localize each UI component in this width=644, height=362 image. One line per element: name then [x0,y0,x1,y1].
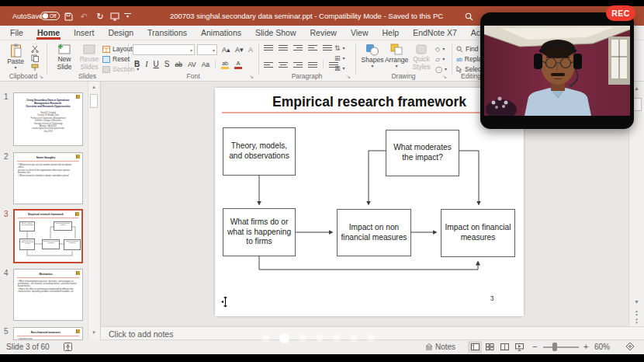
change-case-button[interactable]: Aa [202,59,209,70]
video-progress-dots[interactable] [262,332,375,343]
paragraph-dialog-launcher-icon[interactable]: ↘ [346,74,351,80]
scrollbar-thumb[interactable] [90,94,98,108]
underline-button[interactable]: U [154,59,159,70]
align-center-icon[interactable] [279,62,288,68]
zoom-level[interactable]: 60% [594,343,610,351]
italic-button[interactable]: I [145,59,147,70]
box-what-firms-do[interactable]: What firms do or what is happening to fi… [223,208,296,256]
notes-toggle-button[interactable]: Notes [425,343,455,351]
tab-home[interactable]: Home [30,26,67,40]
drawing-dialog-launcher-icon[interactable]: ↘ [442,74,447,80]
tab-slide-show[interactable]: Slide Show [248,26,303,40]
zoom-slider-track[interactable] [543,346,579,348]
slide-thumbnail-1[interactable]: Using Secondary Data in OperationsManage… [13,92,83,146]
highlight-color-button[interactable]: ab [221,60,229,69]
cut-icon[interactable] [31,45,39,54]
shapes-button[interactable]: Shapes ▾ [362,44,383,68]
box-theory-models[interactable]: Theory, models, and observations [223,127,296,176]
tab-animations[interactable]: Animations [194,26,248,40]
thumbnail-scrollbar[interactable]: ▲ ▼ [88,82,99,340]
grow-font-button[interactable]: A▴ [222,44,230,55]
tab-endnote[interactable]: EndNote X7 [406,26,464,40]
next-slide-button[interactable]: ▾▾ [629,318,644,324]
slide-thumbnail-4[interactable]: Motivation • Effect of management practi… [13,269,83,321]
font-name-combobox[interactable]: ▾ [133,44,195,55]
scroll-down-icon[interactable]: ▼ [629,299,644,305]
numbering-icon[interactable] [279,45,288,50]
align-right-icon[interactable] [293,62,303,68]
webcam-video [484,26,630,116]
find-button[interactable]: Find [456,44,479,54]
strikethrough-button[interactable]: ab [175,59,182,70]
accessibility-icon[interactable] [64,343,72,353]
customize-toolbar-icon[interactable]: ▾ [124,13,131,18]
redo-icon[interactable]: ↻ [94,10,106,23]
paste-button[interactable]: Paste ▾ [4,44,27,70]
align-left-icon[interactable] [264,62,273,68]
thumb-number: 2 [4,152,9,161]
notes-icon [425,343,433,350]
box-what-moderates[interactable]: What moderates the impact? [386,130,459,176]
font-color-button[interactable]: A [234,60,242,69]
slide-thumbnail-5[interactable]: Non-financial measures • Inventory turns [13,327,83,340]
arrange-icon [390,44,403,56]
zoom-in-button[interactable]: + [583,342,588,351]
normal-view-button[interactable] [468,341,482,353]
tab-design[interactable]: Design [101,26,140,40]
thumb-number: 5 [4,327,9,336]
font-size-combobox[interactable]: ▾ [197,44,217,55]
slide-canvas[interactable]: Empirical research framework Theory, mod… [215,88,524,316]
reading-view-button[interactable] [497,341,511,353]
tab-review[interactable]: Review [303,26,344,40]
box-impact-financial[interactable]: Impact on financial measures [441,209,515,257]
clipboard-dialog-launcher-icon[interactable]: ↘ [39,74,43,80]
tab-view[interactable]: View [344,26,376,40]
tab-help[interactable]: Help [376,26,407,40]
undo-icon[interactable]: ↶ [78,10,90,23]
character-spacing-button[interactable]: AV [188,59,196,70]
previous-slide-button[interactable]: ▴▴ [629,309,644,315]
align-text-button[interactable]: ⊞▾ [334,54,345,64]
quick-styles-button[interactable]: Quick Styles [410,44,433,71]
tab-insert[interactable]: Insert [67,26,101,40]
gt-logo-icon [76,329,80,333]
slideshow-view-button[interactable] [512,341,526,353]
decrease-indent-icon[interactable] [293,45,303,50]
reuse-slides-button[interactable]: Reuse Slides [78,44,101,71]
new-slide-button[interactable]: New Slide [53,44,76,71]
headphone-cup-right [573,54,582,69]
shadow-button[interactable]: S [164,59,170,70]
autosave-toggle[interactable]: Off [40,12,60,20]
tab-transitions[interactable]: Transitions [140,26,194,40]
slide-thumbnail-3-selected[interactable]: Empirical research framework Theory, mod… [13,209,83,263]
mic [570,84,573,87]
copy-icon[interactable] [31,54,39,64]
box-impact-nonfinancial[interactable]: Impact on non financial measures [337,209,411,256]
slide-sorter-view-button[interactable] [483,341,497,353]
tab-file[interactable]: File [3,26,30,40]
slide-thumbnail-2[interactable]: Some thoughts • Without facts you are ju… [13,152,83,204]
shrink-font-button[interactable]: A▾ [235,44,244,55]
thumb4-bullets: • Effect of management practices, decisi… [18,280,78,293]
arrange-button[interactable]: Arrange ▾ [385,44,408,68]
notes-placeholder[interactable]: Click to add notes [109,329,173,339]
clear-formatting-button[interactable]: A [248,44,253,55]
bullets-icon[interactable] [264,45,273,50]
increase-indent-icon[interactable] [308,45,317,50]
start-slideshow-icon[interactable] [109,10,121,23]
fit-slide-to-window-icon[interactable] [625,342,635,353]
search-icon[interactable] [462,10,475,23]
scroll-up-icon[interactable]: ▲ [88,85,99,89]
zoom-out-button[interactable]: − [532,342,537,351]
justify-icon[interactable] [308,62,317,68]
line-spacing-icon[interactable] [323,45,332,50]
font-dialog-launcher-icon[interactable]: ↘ [249,74,254,80]
scroll-down-icon[interactable]: ▼ [88,330,99,335]
shape-fill-button[interactable]: ◇▾ [435,44,447,54]
save-icon[interactable] [62,10,74,23]
shape-outline-button[interactable]: ▱▾ [435,54,447,64]
zoom-slider-thumb[interactable] [552,343,557,351]
thumb2-bullets: • Without facts you are just another per… [18,164,78,177]
text-direction-button[interactable]: ⇅▾ [334,44,345,54]
bold-button[interactable]: B [134,59,140,70]
